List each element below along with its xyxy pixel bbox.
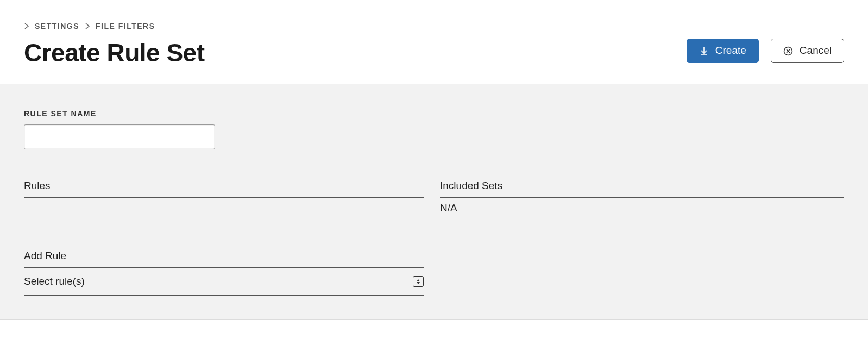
add-rule-block: Add Rule Select rule(s) <box>24 250 424 296</box>
cancel-button[interactable]: Cancel <box>771 39 844 63</box>
header-left: SETTINGS FILE FILTERS Create Rule Set <box>24 22 205 67</box>
select-rules-dropdown[interactable]: Select rule(s) <box>24 268 424 296</box>
rule-set-name-field: RULE SET NAME <box>24 109 844 149</box>
rule-set-name-input[interactable] <box>24 124 215 149</box>
breadcrumb: SETTINGS FILE FILTERS <box>24 22 205 30</box>
page-title: Create Rule Set <box>24 38 205 67</box>
cancel-button-label: Cancel <box>800 45 832 57</box>
breadcrumb-item-file-filters[interactable]: FILE FILTERS <box>96 22 155 30</box>
included-sets-column: Included Sets N/A <box>440 180 844 296</box>
included-sets-heading: Included Sets <box>440 180 844 198</box>
add-rule-heading: Add Rule <box>24 250 424 268</box>
up-down-icon <box>413 276 424 287</box>
chevron-right-icon <box>85 23 90 29</box>
breadcrumb-item-settings[interactable]: SETTINGS <box>35 22 79 30</box>
content-area: RULE SET NAME Rules Add Rule Select rule… <box>0 84 868 320</box>
columns: Rules Add Rule Select rule(s) Included S… <box>24 180 844 296</box>
download-icon <box>699 46 709 56</box>
header-actions: Create Cancel <box>687 39 844 67</box>
rules-heading: Rules <box>24 180 424 198</box>
create-button-label: Create <box>715 45 746 57</box>
rules-column: Rules Add Rule Select rule(s) <box>24 180 424 296</box>
cancel-icon <box>783 46 793 56</box>
rule-set-name-label: RULE SET NAME <box>24 109 844 118</box>
page-header: SETTINGS FILE FILTERS Create Rule Set Cr… <box>0 0 868 84</box>
included-sets-value: N/A <box>440 198 844 214</box>
create-button[interactable]: Create <box>687 39 759 63</box>
chevron-right-icon <box>24 23 29 29</box>
select-rules-placeholder: Select rule(s) <box>24 275 85 287</box>
